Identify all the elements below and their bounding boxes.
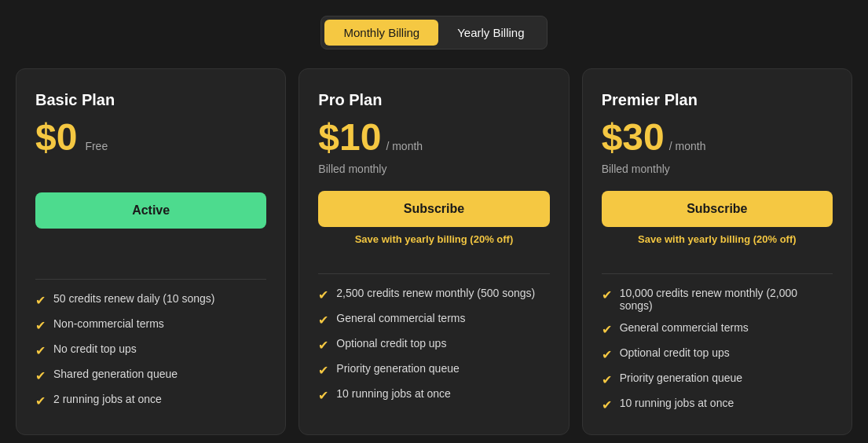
feature-item: ✔ Optional credit top ups	[602, 346, 833, 362]
feature-item: ✔ Optional credit top ups	[318, 337, 549, 353]
feature-text: Priority generation queue	[620, 372, 742, 384]
feature-item: ✔ 10 running jobs at once	[318, 387, 549, 403]
plan-price-row: $10 / month	[318, 119, 549, 156]
feature-text: 10 running jobs at once	[620, 397, 734, 409]
check-icon: ✔	[318, 313, 328, 328]
feature-text: No credit top ups	[53, 342, 137, 355]
check-icon: ✔	[35, 318, 46, 333]
check-icon: ✔	[602, 322, 612, 337]
feature-text: 2,500 credits renew monthly (500 songs)	[336, 287, 535, 299]
feature-item: ✔ 10 running jobs at once	[602, 397, 833, 412]
feature-item: ✔ 10,000 credits renew monthly (2,000 so…	[602, 287, 833, 312]
feature-item: ✔ 2 running jobs at once	[35, 393, 266, 408]
feature-text: General commercial terms	[620, 321, 749, 334]
plan-price: $10	[318, 119, 381, 156]
plan-price-row: $0 Free	[35, 119, 266, 156]
plan-active-button[interactable]: Active	[35, 192, 266, 229]
feature-text: 10,000 credits renew monthly (2,000 song…	[620, 287, 833, 312]
feature-item: ✔ Shared generation queue	[35, 368, 266, 383]
plan-price-suffix: / month	[669, 140, 706, 152]
plan-price-row: $30 / month	[602, 119, 833, 156]
feature-item: ✔ No credit top ups	[35, 342, 266, 358]
yearly-billing-tab[interactable]: Yearly Billing	[438, 20, 543, 46]
save-note	[35, 235, 266, 251]
feature-item: ✔ 50 credits renew daily (10 songs)	[35, 292, 266, 308]
plan-subscribe-button[interactable]: Subscribe	[318, 191, 549, 227]
feature-text: General commercial terms	[336, 312, 465, 324]
plan-divider	[318, 273, 549, 274]
plan-price-suffix: / month	[386, 140, 423, 152]
feature-text: Optional credit top ups	[336, 337, 446, 350]
check-icon: ✔	[602, 372, 612, 387]
plan-name: Premier Plan	[602, 91, 833, 109]
plan-card-pro: Pro Plan $10 / month Billed monthly Subs…	[298, 68, 569, 435]
plan-name: Pro Plan	[318, 91, 549, 109]
feature-item: ✔ Priority generation queue	[318, 362, 549, 378]
plan-billing-note: Billed monthly	[602, 163, 833, 175]
plan-price: $30	[602, 119, 665, 156]
plan-divider	[35, 279, 266, 280]
check-icon: ✔	[35, 368, 46, 383]
features-list: ✔ 2,500 credits renew monthly (500 songs…	[318, 287, 549, 403]
features-list: ✔ 10,000 credits renew monthly (2,000 so…	[602, 287, 833, 412]
plan-card-basic: Basic Plan $0 Free Active ✔ 50 credits r…	[16, 68, 286, 435]
check-icon: ✔	[35, 293, 46, 308]
plans-container: Basic Plan $0 Free Active ✔ 50 credits r…	[16, 68, 852, 435]
check-icon: ✔	[318, 363, 328, 378]
feature-text: Shared generation queue	[53, 368, 178, 380]
save-note: Save with yearly billing (20% off)	[318, 233, 549, 245]
billing-toggle: Monthly Billing Yearly Billing	[320, 16, 547, 49]
features-list: ✔ 50 credits renew daily (10 songs) ✔ No…	[35, 292, 266, 408]
check-icon: ✔	[602, 347, 612, 362]
feature-item: ✔ Priority generation queue	[602, 372, 833, 387]
feature-item: ✔ Non-commercial terms	[35, 317, 266, 333]
plan-billing-note	[35, 163, 266, 177]
plan-free-label: Free	[85, 140, 108, 152]
plan-name: Basic Plan	[35, 91, 266, 109]
monthly-billing-tab[interactable]: Monthly Billing	[324, 20, 438, 46]
check-icon: ✔	[318, 388, 328, 403]
check-icon: ✔	[35, 343, 46, 358]
feature-item: ✔ 2,500 credits renew monthly (500 songs…	[318, 287, 549, 302]
check-icon: ✔	[318, 287, 328, 302]
check-icon: ✔	[602, 397, 612, 412]
feature-text: 10 running jobs at once	[336, 387, 451, 400]
plan-card-premier: Premier Plan $30 / month Billed monthly …	[582, 68, 852, 435]
feature-text: Optional credit top ups	[620, 346, 730, 359]
feature-text: Non-commercial terms	[53, 317, 164, 330]
check-icon: ✔	[318, 338, 328, 353]
plan-billing-note: Billed monthly	[318, 163, 549, 175]
feature-text: 50 credits renew daily (10 songs)	[53, 292, 214, 305]
plan-divider	[602, 273, 833, 274]
feature-text: 2 running jobs at once	[53, 393, 162, 405]
feature-item: ✔ General commercial terms	[318, 312, 549, 328]
plan-subscribe-button[interactable]: Subscribe	[602, 191, 833, 227]
check-icon: ✔	[602, 287, 612, 302]
plan-price: $0	[35, 119, 77, 156]
save-note: Save with yearly billing (20% off)	[602, 233, 833, 245]
check-icon: ✔	[35, 394, 46, 408]
feature-text: Priority generation queue	[336, 362, 459, 375]
feature-item: ✔ General commercial terms	[602, 321, 833, 337]
